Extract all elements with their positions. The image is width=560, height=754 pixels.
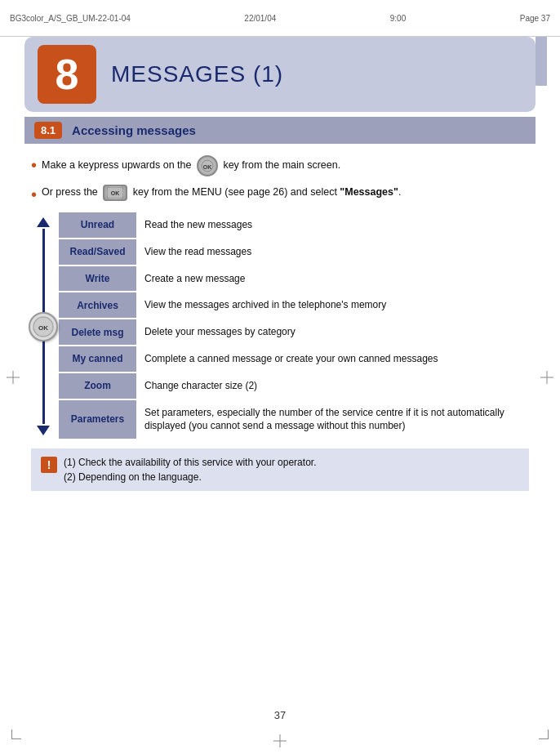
instruction-2: • Or press the OK key from the MENU (see… — [31, 185, 529, 204]
note-2: (2) Depending on the language. — [64, 470, 316, 484]
nav-line: OK — [42, 229, 45, 424]
arrow-down-icon — [37, 426, 50, 435]
menu-desc-parameters: Set parameters, especially the number of… — [136, 400, 529, 439]
ok-button-left: OK — [29, 312, 58, 341]
menu-label-parameters: Parameters — [59, 400, 136, 439]
header-page-ref: Page 37 — [520, 14, 550, 23]
menu-label-zoom: Zoom — [59, 373, 136, 399]
svg-text:OK: OK — [38, 324, 48, 332]
section-title: Accessing messages — [72, 123, 196, 137]
notes-area: ! (1) Check the availability of this ser… — [31, 448, 529, 491]
instruction-2-text: Or press the OK key from the MENU (see p… — [42, 185, 401, 201]
notes-text: (1) Check the availability of this servi… — [64, 455, 316, 484]
menu-desc-mycanned: Complete a canned message or create your… — [136, 346, 529, 372]
section-header: 8.1 Accessing messages — [24, 117, 536, 144]
menu-table: Unread Read the new messages Read/Saved … — [59, 212, 529, 440]
menu-label-mycanned: My canned — [59, 346, 136, 372]
top-header: BG3color_A/S_GB_UM-22-01-04 22/01/04 9:0… — [0, 0, 560, 37]
exclamation-icon: ! — [41, 457, 57, 473]
chapter-subtitle: (1) — [253, 61, 283, 87]
body-area: • Make a keypress upwards on the OK key … — [24, 155, 536, 491]
nav-strip: OK — [31, 212, 56, 440]
menu-row-archives: Archives View the messages archived in t… — [59, 292, 529, 318]
crosshair-right — [540, 371, 553, 384]
menu-row-mycanned: My canned Complete a canned message or c… — [59, 346, 529, 372]
note-1: (1) Check the availability of this servi… — [64, 455, 316, 470]
crosshair-left — [7, 371, 20, 384]
menu-label-write: Write — [59, 266, 136, 292]
header-filename: BG3color_A/S_GB_UM-22-01-04 — [10, 14, 131, 23]
chapter-number: 8 — [38, 45, 96, 104]
menu-row-parameters: Parameters Set parameters, especially th… — [59, 400, 529, 439]
main-content: 8 MESSAGES (1) 8.1 Accessing messages • … — [24, 37, 536, 729]
bullet-1: • — [31, 155, 37, 175]
menu-row-zoom: Zoom Change character size (2) — [59, 373, 529, 399]
bullet-2: • — [31, 185, 37, 204]
menu-desc-zoom: Change character size (2) — [136, 373, 529, 399]
page: BG3color_A/S_GB_UM-22-01-04 22/01/04 9:0… — [0, 0, 560, 754]
svg-text:OK: OK — [111, 190, 120, 196]
instruction-1-text: Make a keypress upwards on the OK key fr… — [42, 155, 340, 176]
chapter-banner: 8 MESSAGES (1) — [24, 37, 536, 112]
corner-mark-br — [539, 729, 549, 739]
menu-row-write: Write Create a new message — [59, 266, 529, 292]
section-number: 8.1 — [34, 122, 62, 139]
header-time: 9:00 — [390, 14, 406, 23]
menu-label-unread: Unread — [59, 212, 136, 238]
instruction-1: • Make a keypress upwards on the OK key … — [31, 155, 529, 176]
crosshair-bottom — [273, 734, 287, 747]
menu-label-deletemsg: Delete msg — [59, 319, 136, 345]
menu-desc-readsaved: View the read messages — [136, 239, 529, 265]
svg-text:OK: OK — [203, 164, 212, 170]
menu-row-deletemsg: Delete msg Delete your messages by categ… — [59, 319, 529, 345]
menu-desc-unread: Read the new messages — [136, 212, 529, 238]
page-number: 37 — [274, 709, 286, 721]
header-date: 22/01/04 — [244, 14, 276, 23]
menu-row-unread: Unread Read the new messages — [59, 212, 529, 238]
menu-label-archives: Archives — [59, 292, 136, 318]
arrow-up-icon — [37, 217, 50, 227]
chapter-title-text: MESSAGES — [111, 61, 246, 87]
chapter-title: MESSAGES (1) — [111, 61, 283, 87]
menu-table-area: OK Unread Read the new messages — [31, 212, 529, 440]
ok-menu-icon: OK — [103, 185, 127, 201]
menu-desc-archives: View the messages archived in the teleph… — [136, 292, 529, 318]
ok-up-icon: OK — [197, 155, 218, 176]
menu-desc-deletemsg: Delete your messages by category — [136, 319, 529, 345]
menu-desc-write: Create a new message — [136, 266, 529, 292]
menu-label-readsaved: Read/Saved — [59, 239, 136, 265]
corner-mark-bl — [11, 729, 21, 739]
menu-row-readsaved: Read/Saved View the read messages — [59, 239, 529, 265]
